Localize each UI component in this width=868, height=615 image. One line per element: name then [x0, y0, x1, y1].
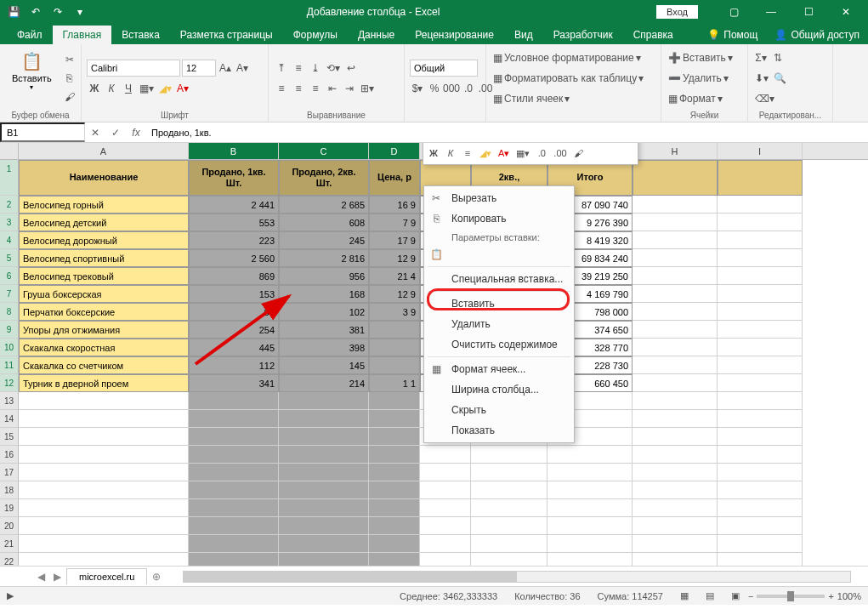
cm-copy[interactable]: ⎘Копировать — [424, 208, 574, 229]
cell[interactable] — [718, 410, 803, 428]
row-header[interactable]: 21 — [0, 535, 19, 553]
col-header[interactable]: A — [19, 143, 189, 159]
col-header[interactable]: H — [633, 143, 718, 159]
cell[interactable] — [369, 410, 420, 428]
cell[interactable] — [718, 231, 803, 249]
font-size[interactable] — [182, 60, 216, 77]
row-header[interactable]: 5 — [0, 249, 19, 267]
tab-insert[interactable]: Вставка — [111, 26, 170, 44]
row-header[interactable]: 4 — [0, 231, 19, 249]
cell[interactable] — [471, 464, 547, 481]
row-header[interactable]: 13 — [0, 392, 19, 410]
cm-width[interactable]: Ширина столбца... — [424, 379, 574, 400]
fill-icon[interactable]: ⬇▾ — [753, 70, 770, 87]
cell[interactable] — [633, 410, 718, 428]
row-header[interactable]: 10 — [0, 339, 19, 356]
minimize-icon[interactable]: — — [752, 0, 790, 24]
cell[interactable] — [19, 410, 189, 428]
cell[interactable] — [420, 464, 471, 481]
cell[interactable] — [189, 517, 279, 535]
cell[interactable]: 145 — [279, 356, 369, 374]
ribbon-opts-icon[interactable]: ▢ — [715, 0, 752, 24]
cell[interactable] — [718, 428, 803, 446]
cell[interactable] — [633, 553, 718, 566]
cell[interactable]: Перчатки боксерские — [19, 303, 189, 321]
cell[interactable]: 381 — [279, 321, 369, 339]
format-table-button[interactable]: ▦ Форматировать как таблицу▾ — [491, 70, 655, 87]
login-button[interactable]: Вход — [656, 5, 698, 19]
cell[interactable]: 102 — [279, 303, 369, 321]
cell[interactable]: Велосипед детский — [19, 214, 189, 231]
cell[interactable] — [633, 356, 718, 374]
share-button[interactable]: 👤 Общий доступ — [766, 26, 868, 44]
row-header[interactable]: 20 — [0, 517, 19, 535]
align-middle-icon[interactable]: ≡ — [291, 60, 306, 77]
mini-dec-icon[interactable]: .0 — [534, 145, 549, 162]
font-color-icon[interactable]: A▾ — [175, 80, 190, 97]
tell-me[interactable]: 💡 Помощ — [699, 26, 766, 44]
row-header[interactable]: 16 — [0, 446, 19, 464]
cell[interactable]: Груша боксерская — [19, 285, 189, 303]
col-header[interactable]: C — [279, 143, 369, 159]
cell[interactable] — [633, 231, 718, 249]
close-icon[interactable]: ✕ — [827, 0, 865, 24]
cell[interactable] — [718, 374, 803, 392]
hscroll[interactable] — [183, 571, 851, 583]
enter-fx-icon[interactable]: ✓ — [105, 127, 126, 139]
cell[interactable] — [279, 499, 369, 517]
cell[interactable] — [19, 428, 189, 446]
cell[interactable] — [718, 196, 803, 214]
cell[interactable] — [189, 446, 279, 464]
cell[interactable] — [718, 517, 803, 535]
cell[interactable] — [19, 517, 189, 535]
row-header[interactable]: 18 — [0, 481, 19, 499]
cell[interactable] — [189, 535, 279, 553]
cell[interactable] — [369, 356, 420, 374]
fx-icon[interactable]: fx — [126, 127, 146, 139]
cancel-fx-icon[interactable]: ✕ — [85, 127, 105, 139]
cell[interactable] — [547, 535, 633, 553]
cell[interactable]: Наименование — [19, 160, 189, 196]
cell[interactable] — [633, 214, 718, 231]
indent-dec-icon[interactable]: ⇤ — [325, 80, 340, 97]
cell[interactable] — [279, 410, 369, 428]
cell[interactable]: Продано, 1кв. Шт. — [189, 160, 279, 196]
name-box[interactable] — [0, 122, 85, 142]
cell[interactable]: 223 — [189, 231, 279, 249]
cell[interactable] — [369, 464, 420, 481]
cell[interactable] — [718, 303, 803, 321]
cell[interactable] — [471, 446, 547, 464]
cell[interactable]: 254 — [189, 321, 279, 339]
format-cells-button[interactable]: ▦ Формат▾ — [667, 90, 742, 107]
zoom-out-icon[interactable]: − — [748, 591, 753, 601]
cm-show[interactable]: Показать — [424, 420, 574, 441]
cell[interactable] — [633, 446, 718, 464]
add-sheet-icon[interactable]: ⊕ — [149, 571, 164, 583]
cell[interactable]: Турник в дверной проем — [19, 374, 189, 392]
row-header[interactable]: 2 — [0, 196, 19, 214]
cell[interactable] — [633, 303, 718, 321]
cell[interactable] — [633, 464, 718, 481]
cell[interactable] — [718, 321, 803, 339]
cell[interactable]: 3 9 — [369, 303, 420, 321]
undo-icon[interactable]: ↶ — [26, 2, 46, 22]
cell[interactable] — [718, 249, 803, 267]
border-icon[interactable]: ▦▾ — [138, 80, 156, 97]
wrap-text-icon[interactable]: ↩ — [343, 60, 359, 77]
cell[interactable]: 112 — [189, 356, 279, 374]
cell[interactable] — [19, 481, 189, 499]
cell[interactable] — [189, 410, 279, 428]
cell[interactable] — [633, 392, 718, 410]
cell[interactable] — [633, 249, 718, 267]
tab-file[interactable]: Файл — [7, 26, 53, 44]
cell[interactable] — [369, 517, 420, 535]
cell[interactable] — [718, 160, 803, 196]
cell[interactable] — [189, 464, 279, 481]
cell[interactable] — [369, 321, 420, 339]
cm-format[interactable]: ▦Формат ячеек... — [424, 359, 574, 379]
cell[interactable] — [369, 446, 420, 464]
format-painter-icon[interactable]: 🖌 — [62, 88, 77, 105]
cell[interactable] — [471, 535, 547, 553]
cell[interactable]: Цена, р — [369, 160, 420, 196]
cell[interactable]: Продано, 2кв. Шт. — [279, 160, 369, 196]
